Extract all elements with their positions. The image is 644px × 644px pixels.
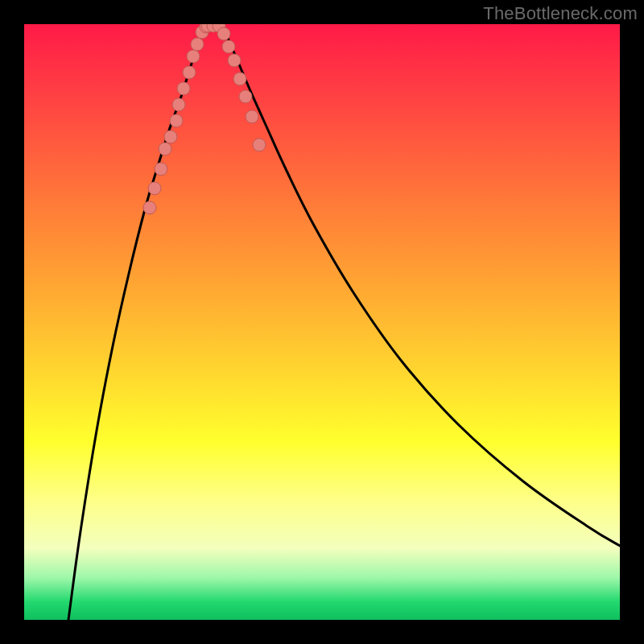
- data-dot: [239, 90, 252, 103]
- chart-frame: TheBottleneck.com: [0, 0, 644, 644]
- data-dot: [170, 114, 183, 127]
- curve-left-branch: [68, 24, 205, 620]
- data-dot: [143, 201, 156, 214]
- data-dot: [233, 72, 246, 85]
- data-dot: [183, 66, 196, 79]
- data-dot: [217, 27, 230, 40]
- data-dot: [253, 138, 266, 151]
- data-dot: [148, 182, 161, 195]
- data-dot: [187, 50, 200, 63]
- data-dot: [172, 98, 185, 111]
- dot-layer: [143, 24, 266, 214]
- data-dot: [177, 82, 190, 95]
- chart-svg: [24, 24, 620, 620]
- data-dot: [159, 142, 171, 155]
- plot-area: [24, 24, 620, 620]
- data-dot: [155, 163, 167, 175]
- data-dot: [222, 40, 235, 53]
- data-dot: [246, 110, 258, 123]
- curve-right-branch: [221, 24, 620, 546]
- curve-layer: [68, 24, 620, 620]
- watermark-text: TheBottleneck.com: [483, 3, 638, 24]
- data-dot: [164, 130, 177, 143]
- data-dot: [191, 38, 204, 51]
- data-dot: [228, 54, 241, 67]
